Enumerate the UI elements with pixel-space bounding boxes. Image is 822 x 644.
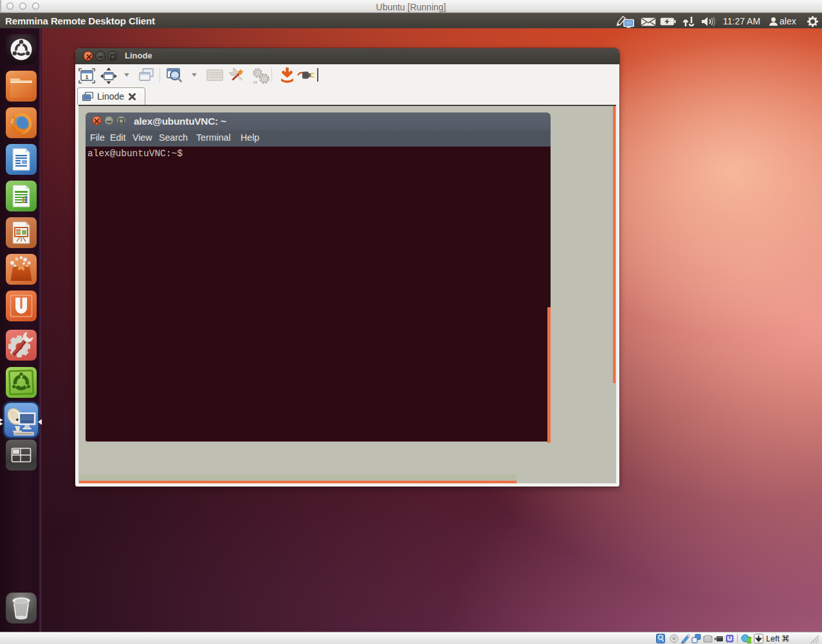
svg-text:1: 1	[85, 74, 88, 80]
svg-text:10: 10	[253, 80, 258, 84]
